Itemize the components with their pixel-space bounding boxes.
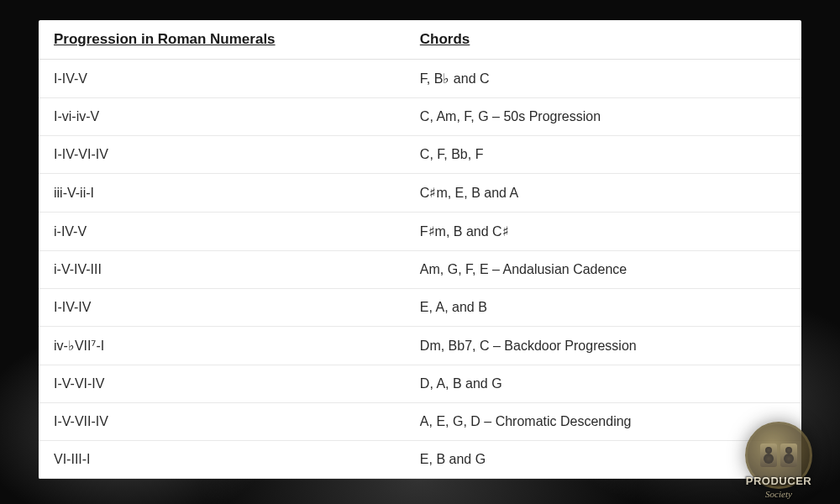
cell-progression: I-V-VII-IV xyxy=(39,403,405,441)
brand-watermark: PRODUCER Society xyxy=(724,413,833,497)
progressions-table: Progression in Roman Numerals Chords I-I… xyxy=(39,20,801,479)
header-chords: Chords xyxy=(405,20,801,60)
table-row: iv-♭VII⁷-I Dm, Bb7, C – Backdoor Progres… xyxy=(39,327,801,365)
cell-chords: E, A, and B xyxy=(405,289,801,327)
cell-chords: D, A, B and G xyxy=(405,365,801,403)
cell-progression: i-V-IV-III xyxy=(39,251,405,289)
cell-progression: I-IV-VI-IV xyxy=(39,136,405,174)
table-row: I-V-VI-IV D, A, B and G xyxy=(39,365,801,403)
cell-progression: I-V-VI-IV xyxy=(39,365,405,403)
table-row: I-IV-VI-IV C, F, Bb, F xyxy=(39,136,801,174)
cell-chords: F, B♭ and C xyxy=(405,60,801,98)
brand-subname: Society xyxy=(765,489,792,499)
brand-name: PRODUCER xyxy=(746,475,811,487)
header-progression: Progression in Roman Numerals xyxy=(39,20,405,60)
table-row: I-IV-IV E, A, and B xyxy=(39,289,801,327)
cell-chords: Am, G, F, E – Andalusian Cadence xyxy=(405,251,801,289)
speaker-left-icon xyxy=(760,444,777,467)
speakers-icon xyxy=(760,444,797,467)
cell-chords: C♯m, E, B and A xyxy=(405,174,801,213)
cell-chords: C, F, Bb, F xyxy=(405,136,801,174)
cell-progression: iv-♭VII⁷-I xyxy=(39,327,405,365)
cell-progression: I-vi-iv-V xyxy=(39,98,405,136)
cell-chords: F♯m, B and C♯ xyxy=(405,213,801,251)
table-row: I-V-VII-IV A, E, G, D – Chromatic Descen… xyxy=(39,403,801,441)
table-body: I-IV-V F, B♭ and C I-vi-iv-V C, Am, F, G… xyxy=(39,60,801,479)
cell-progression: I-IV-V xyxy=(39,60,405,98)
speaker-right-icon xyxy=(780,444,797,467)
table-row: iii-V-ii-I C♯m, E, B and A xyxy=(39,174,801,213)
cell-chords: C, Am, F, G – 50s Progression xyxy=(405,98,801,136)
table-row: i-V-IV-III Am, G, F, E – Andalusian Cade… xyxy=(39,251,801,289)
cell-progression: I-IV-IV xyxy=(39,289,405,327)
table-row: i-IV-V F♯m, B and C♯ xyxy=(39,213,801,251)
table-row: I-vi-iv-V C, Am, F, G – 50s Progression xyxy=(39,98,801,136)
table-row: I-IV-V F, B♭ and C xyxy=(39,60,801,98)
cell-progression: i-IV-V xyxy=(39,213,405,251)
progressions-table-container: Progression in Roman Numerals Chords I-I… xyxy=(39,20,801,479)
cell-chords: Dm, Bb7, C – Backdoor Progression xyxy=(405,327,801,365)
cell-progression: iii-V-ii-I xyxy=(39,174,405,213)
table-row: VI-III-I E, B and G xyxy=(39,441,801,479)
table-header-row: Progression in Roman Numerals Chords xyxy=(39,20,801,60)
cell-progression: VI-III-I xyxy=(39,441,405,479)
